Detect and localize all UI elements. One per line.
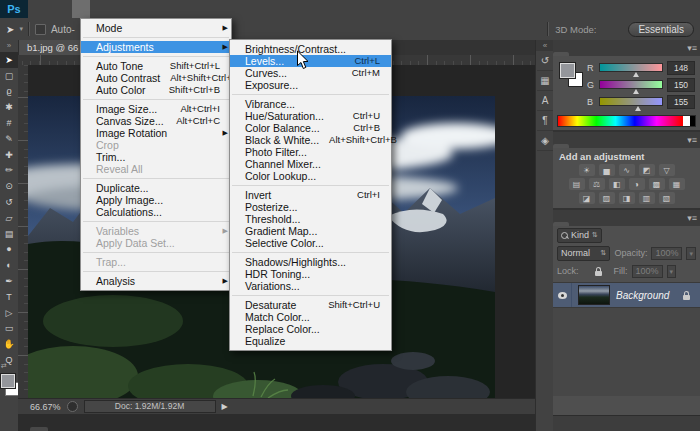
tab-channels[interactable] xyxy=(569,222,585,226)
history-panel-icon[interactable]: ↺ xyxy=(537,51,553,71)
adjustments-menu-item-threshold[interactable]: Threshold... ▶ xyxy=(230,213,391,225)
adjustments-menu-item-photo-filter[interactable]: Photo Filter... ▶ xyxy=(230,146,391,158)
tab-layers[interactable] xyxy=(553,222,569,226)
image-menu-item-calculations[interactable]: Calculations... ▶ xyxy=(81,206,231,218)
character-panel-icon[interactable]: A xyxy=(537,91,553,111)
lasso-tool[interactable]: ϱ xyxy=(0,84,18,100)
brush-tool[interactable]: ✏ xyxy=(0,163,18,179)
eyedropper-tool[interactable]: ✎ xyxy=(0,131,18,147)
blend-mode-dropdown[interactable]: Normal ⇅ xyxy=(557,246,610,261)
tab-paths[interactable] xyxy=(585,222,601,226)
lock-all-icon[interactable] xyxy=(595,271,602,276)
menubar-item-3d[interactable] xyxy=(162,0,180,18)
pen-tool[interactable]: ✒ xyxy=(0,273,18,289)
slider-thumb-icon[interactable] xyxy=(633,89,639,94)
menubar-item-help[interactable] xyxy=(216,0,234,18)
image-menu-item-trap[interactable]: Trap... ▶ xyxy=(81,256,231,268)
brightness-contrast-icon[interactable]: ☀ xyxy=(579,164,595,176)
path-selection-tool[interactable]: ▷ xyxy=(0,305,18,321)
adjustments-menu-item-match-color[interactable]: Match Color... ▶ xyxy=(230,311,391,323)
image-menu-item-auto-tone[interactable]: Auto Tone Shift+Ctrl+L ▶ xyxy=(81,60,231,72)
3d-panel-icon[interactable]: ◈ xyxy=(537,131,553,151)
adjustments-menu-item-invert[interactable]: Invert Ctrl+I ▶ xyxy=(230,189,391,201)
move-tool[interactable]: ➤ xyxy=(0,52,18,68)
workspace-button[interactable]: Essentials xyxy=(628,22,694,37)
adjustments-menu-item-levels[interactable]: Levels... Ctrl+L ▶ xyxy=(230,55,391,67)
menubar-item-layer[interactable] xyxy=(90,0,108,18)
adjustments-menu-item-desaturate[interactable]: Desaturate Shift+Ctrl+U ▶ xyxy=(230,299,391,311)
clone-stamp-tool[interactable]: ⊙ xyxy=(0,178,18,194)
adjustments-menu-item-hue-saturation[interactable]: Hue/Saturation... Ctrl+U ▶ xyxy=(230,110,391,122)
layer-filter-dropdown[interactable]: Kind ⇅ xyxy=(557,228,602,243)
image-menu-item-apply-image[interactable]: Apply Image... ▶ xyxy=(81,194,231,206)
marquee-tool[interactable]: ▢ xyxy=(0,68,18,84)
slider-thumb-icon[interactable] xyxy=(635,106,641,111)
image-menu-item-crop[interactable]: Crop ▶ xyxy=(81,139,231,151)
document-info[interactable]: Doc: 1.92M/1.92M xyxy=(84,400,216,413)
image-menu-item-canvas-size[interactable]: Canvas Size... Alt+Ctrl+C ▶ xyxy=(81,115,231,127)
image-menu-item-reveal-all[interactable]: Reveal All ▶ xyxy=(81,163,231,175)
adjustments-menu-item-black-white[interactable]: Black & White... Alt+Shift+Ctrl+B ▶ xyxy=(230,134,391,146)
shape-tool[interactable]: ▭ xyxy=(0,321,18,337)
panel-menu-icon[interactable]: ▾≡ xyxy=(687,135,697,145)
image-menu-item-mode[interactable]: Mode ▶ xyxy=(81,22,231,34)
zoom-level[interactable]: 66.67% xyxy=(30,402,61,412)
tab-swatches[interactable] xyxy=(569,52,585,56)
channel-slider[interactable] xyxy=(599,80,663,89)
image-menu-item-duplicate[interactable]: Duplicate... ▶ xyxy=(81,182,231,194)
foreground-color-swatch[interactable] xyxy=(560,63,575,78)
adjustments-menu-item-gradient-map[interactable]: Gradient Map... ▶ xyxy=(230,225,391,237)
adjustments-menu-item-channel-mixer[interactable]: Channel Mixer... ▶ xyxy=(230,158,391,170)
tab-color[interactable] xyxy=(553,52,569,56)
status-options-arrow-icon[interactable]: ▶ xyxy=(222,402,228,411)
tool-preset-caret-icon[interactable]: ▾ xyxy=(19,25,23,33)
toolbar-collapse-icon[interactable]: » xyxy=(7,40,11,52)
adjustments-menu-item-vibrance[interactable]: Vibrance... ▶ xyxy=(230,98,391,110)
vibrance-icon[interactable]: ▽ xyxy=(659,164,675,176)
adjustments-menu-item-exposure[interactable]: Exposure... ▶ xyxy=(230,79,391,91)
gradient-tool[interactable]: ▤ xyxy=(0,226,18,242)
tab-styles[interactable] xyxy=(569,144,585,148)
fill-value-field[interactable]: 100% xyxy=(632,265,663,278)
healing-brush-tool[interactable]: ✚ xyxy=(0,147,18,163)
menubar-item-image[interactable] xyxy=(72,0,90,18)
adjustments-menu-item-posterize[interactable]: Posterize... ▶ xyxy=(230,201,391,213)
dodge-tool[interactable]: ◐ xyxy=(0,257,18,273)
selective-color-icon[interactable]: ▧ xyxy=(659,192,675,204)
opacity-value-field[interactable]: 100% xyxy=(651,247,682,260)
image-menu-item-auto-contrast[interactable]: Auto Contrast Alt+Shift+Ctrl+L ▶ xyxy=(81,72,231,84)
adjustments-menu-item-brightness-contrast[interactable]: Brightness/Contrast... ▶ xyxy=(230,43,391,55)
color-spectrum-ramp[interactable] xyxy=(557,115,696,127)
opacity-caret-icon[interactable]: ▾ xyxy=(686,247,696,260)
adjustments-menu-item-variations[interactable]: Variations... ▶ xyxy=(230,280,391,292)
fill-caret-icon[interactable]: ▾ xyxy=(667,265,677,278)
swap-colors-icon[interactable]: ⇄ xyxy=(1,362,7,370)
menubar-item-filter[interactable] xyxy=(144,0,162,18)
menubar-item-type[interactable] xyxy=(108,0,126,18)
menubar-item-window[interactable] xyxy=(198,0,216,18)
mini-bridge-panel-icon[interactable]: ▦ xyxy=(537,71,553,91)
crop-tool[interactable]: # xyxy=(0,115,18,131)
channel-value-field[interactable]: 155 xyxy=(667,95,695,109)
menubar-item-select[interactable] xyxy=(126,0,144,18)
channel-mixer-icon[interactable]: ▩ xyxy=(649,178,665,190)
blur-tool[interactable]: ● xyxy=(0,242,18,258)
history-brush-tool[interactable]: ↺ xyxy=(0,194,18,210)
black-white-icon[interactable]: ◧ xyxy=(609,178,625,190)
color-lookup-icon[interactable]: ▦ xyxy=(669,178,685,190)
posterize-icon[interactable]: ▨ xyxy=(599,192,615,204)
channel-value-field[interactable]: 150 xyxy=(667,78,695,92)
auto-select-checkbox[interactable] xyxy=(35,24,46,35)
adjustments-menu-item-shadows-highlights[interactable]: Shadows/Highlights... ▶ xyxy=(230,256,391,268)
image-menu-item-trim[interactable]: Trim... ▶ xyxy=(81,151,231,163)
layer-thumbnail[interactable] xyxy=(578,285,610,305)
levels-icon[interactable]: ▅ xyxy=(599,164,615,176)
menubar-item-file[interactable] xyxy=(36,0,54,18)
adjustments-menu-item-equalize[interactable]: Equalize ▶ xyxy=(230,335,391,347)
invert-icon[interactable]: ◪ xyxy=(579,192,595,204)
slider-thumb-icon[interactable] xyxy=(633,72,639,77)
curves-icon[interactable]: ∿ xyxy=(619,164,635,176)
image-menu-item-apply-data-set[interactable]: Apply Data Set... ▶ xyxy=(81,237,231,249)
eraser-tool[interactable]: ▱ xyxy=(0,210,18,226)
paragraph-panel-icon[interactable]: ¶ xyxy=(537,111,553,131)
